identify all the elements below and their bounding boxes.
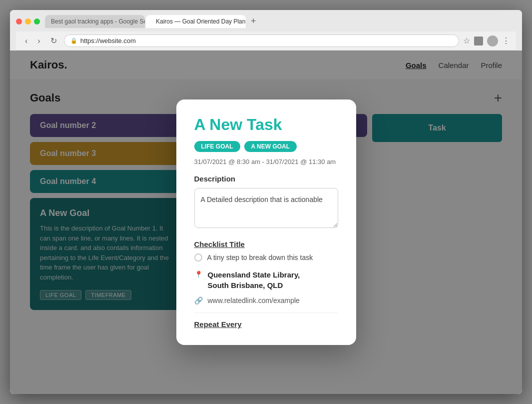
browser-actions: ☆ ⋮: [463, 36, 510, 46]
browser-tab-1[interactable]: Kairos — Goal Oriented Day Plan... ✕: [146, 15, 246, 28]
task-modal: A New Task LIFE GOAL A NEW GOAL 31/07/20…: [176, 100, 356, 345]
window-minimize-button[interactable]: [25, 18, 31, 24]
location-section: 📍 Queensland State Library, South Brisba…: [194, 270, 338, 290]
checklist-title[interactable]: Checklist Title: [194, 240, 338, 248]
link-text: www.relatedlink.com/example: [208, 296, 300, 304]
description-label: Description: [194, 174, 338, 183]
modal-datetime: 31/07/2021 @ 8:30 am - 31/07/2021 @ 11:3…: [194, 158, 338, 166]
browser-tabs: Best gaol tracking apps - Google Sear...…: [16, 14, 516, 28]
browser-tab-0[interactable]: Best gaol tracking apps - Google Sear...…: [45, 15, 145, 28]
modal-tags: LIFE GOAL A NEW GOAL: [194, 141, 338, 152]
window-maximize-button[interactable]: [34, 18, 40, 24]
location-item: 📍 Queensland State Library, South Brisba…: [194, 270, 338, 290]
back-button[interactable]: ‹: [22, 36, 30, 46]
app-content: Kairos. Goals Calendar Profile Goals + G…: [10, 50, 522, 394]
menu-button[interactable]: ⋮: [502, 36, 510, 46]
window-close-button[interactable]: [16, 18, 22, 24]
window-buttons: [16, 18, 40, 24]
link-icon: 🔗: [194, 296, 203, 304]
profile-button[interactable]: [487, 36, 498, 46]
browser-controls: ‹ › ↻ 🔒 https://website.com ☆ ⋮: [16, 32, 516, 50]
url-text: https://website.com: [80, 37, 136, 44]
description-textarea[interactable]: [194, 188, 338, 228]
location-suburb: South Brisbane, QLD: [208, 280, 300, 290]
browser-window: Best gaol tracking apps - Google Sear...…: [10, 10, 522, 394]
new-tab-button[interactable]: +: [247, 14, 260, 28]
lock-icon: 🔒: [70, 38, 77, 44]
extensions-button[interactable]: [474, 36, 483, 46]
tab-label-0: Best gaol tracking apps - Google Sear...: [51, 18, 145, 25]
repeat-section: Repeat Every: [194, 312, 338, 329]
star-button[interactable]: ☆: [463, 36, 470, 46]
modal-tag-new-goal: A NEW GOAL: [244, 141, 297, 152]
forward-button[interactable]: ›: [34, 36, 43, 46]
checklist-item-text-0: A tiny step to break down this task: [207, 254, 313, 262]
modal-overlay[interactable]: A New Task LIFE GOAL A NEW GOAL 31/07/20…: [10, 50, 522, 394]
refresh-button[interactable]: ↻: [47, 35, 60, 46]
link-item: 🔗 www.relatedlink.com/example: [194, 296, 338, 304]
repeat-label[interactable]: Repeat Every: [194, 320, 242, 328]
checklist-item-0: A tiny step to break down this task: [194, 254, 338, 262]
checklist-radio-0[interactable]: [194, 254, 202, 262]
modal-title: A New Task: [194, 116, 338, 134]
address-bar[interactable]: 🔒 https://website.com: [64, 34, 459, 47]
tab-label-1: Kairos — Goal Oriented Day Plan...: [156, 18, 246, 25]
location-pin-icon: 📍: [194, 270, 203, 278]
checklist-section: Checklist Title A tiny step to break dow…: [194, 240, 338, 262]
modal-tag-life-goal: LIFE GOAL: [194, 141, 240, 152]
browser-titlebar: Best gaol tracking apps - Google Sear...…: [10, 10, 522, 50]
location-name: Queensland State Library,: [208, 270, 300, 280]
